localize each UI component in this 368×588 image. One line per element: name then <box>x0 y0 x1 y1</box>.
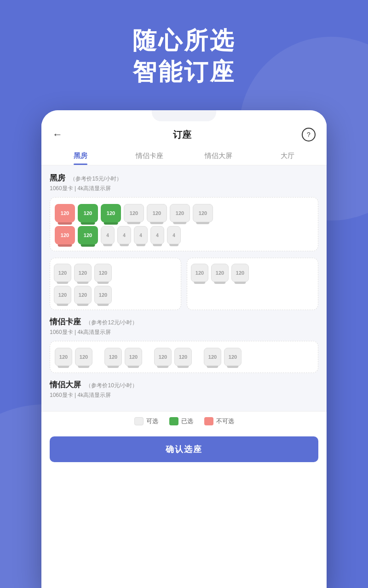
seat-2-7[interactable]: 4 <box>167 226 181 244</box>
legend-available: 可选 <box>134 417 158 425</box>
back-button[interactable]: ← <box>52 129 63 141</box>
tab-bar: 黑房 情侣卡座 情侣大屏 大厅 <box>41 146 327 165</box>
ck-7[interactable]: 120 <box>204 348 221 366</box>
tab-qinglv-kazuo[interactable]: 情侣卡座 <box>115 146 184 165</box>
sub-r-1-1[interactable]: 120 <box>191 264 208 282</box>
legend-available-label: 可选 <box>146 417 158 425</box>
section-qinglv-da-header: 情侣大屏 （参考价10元/小时） 1060显卡 | 4k高清显示屏 <box>50 379 318 399</box>
section-qinglv-da-title: 情侣大屏 <box>50 380 81 389</box>
tab-qinglv-daping[interactable]: 情侣大屏 <box>184 146 253 165</box>
ck-6[interactable]: 120 <box>174 348 192 366</box>
sub-l-1-1[interactable]: 120 <box>54 264 71 282</box>
tab-heifang[interactable]: 黑房 <box>46 146 115 165</box>
qinglv-ka-grid: 120 120 120 120 120 120 120 120 <box>50 341 318 373</box>
seat-2-1[interactable]: 120 <box>55 226 75 244</box>
ck-4[interactable]: 120 <box>125 348 142 366</box>
ck-3[interactable]: 120 <box>104 348 122 366</box>
seat-1-7[interactable]: 120 <box>193 204 213 222</box>
heifang-sub-grids: 120 120 120 120 120 120 120 120 1 <box>50 258 318 310</box>
legend-unavailable-icon <box>204 417 213 425</box>
sub-l-2-1[interactable]: 120 <box>54 286 71 304</box>
sub-l-1-3[interactable]: 120 <box>94 264 112 282</box>
sub-r-1-3[interactable]: 120 <box>231 264 249 282</box>
confirm-button[interactable]: 确认选座 <box>50 436 318 462</box>
sub-left-row-2: 120 120 120 <box>54 286 177 304</box>
nav-bar: ← 订座 ? <box>41 121 327 146</box>
section-heifang-header: 黑房 （参考价15元/小时） 1060显卡 | 4k高清显示屏 <box>50 173 318 192</box>
seat-1-6[interactable]: 120 <box>170 204 190 222</box>
hero-text: 随心所选 智能订座 <box>0 25 368 87</box>
seat-1-3[interactable]: 120 <box>101 204 121 222</box>
heifang-sub-grid-left: 120 120 120 120 120 120 <box>50 258 181 310</box>
legend-unavailable: 不可选 <box>204 417 234 425</box>
hero-line1: 随心所选 <box>0 25 368 57</box>
section-heifang-title: 黑房 <box>50 174 65 182</box>
sub-right-row-1: 120 120 120 <box>191 264 314 282</box>
seat-1-5[interactable]: 120 <box>147 204 167 222</box>
seat-2-3[interactable]: 4 <box>101 226 115 244</box>
seat-1-1[interactable]: 120 <box>55 204 75 222</box>
section-qinglv-ka-title: 情侣卡座 <box>50 317 81 326</box>
seat-row-1: 120 120 120 120 120 120 120 <box>55 204 313 222</box>
help-button[interactable]: ? <box>302 128 316 141</box>
legend-selected: 已选 <box>169 417 193 425</box>
ck-2[interactable]: 120 <box>75 348 92 366</box>
page-title: 订座 <box>173 129 191 141</box>
phone-notch <box>152 110 216 121</box>
section-qinglv-ka-price: （参考价12元/小时） <box>86 319 138 326</box>
section-qinglv-da-spec: 1060显卡 | 4k高清显示屏 <box>50 391 318 399</box>
phone-shell: ← 订座 ? 黑房 情侣卡座 情侣大屏 大厅 黑房 （参考价15元/小时） 10… <box>41 110 327 588</box>
sub-l-2-2[interactable]: 120 <box>74 286 92 304</box>
phone-screen: ← 订座 ? 黑房 情侣卡座 情侣大屏 大厅 黑房 （参考价15元/小时） 10… <box>41 110 327 588</box>
seat-2-6[interactable]: 4 <box>150 226 164 244</box>
seat-2-2[interactable]: 120 <box>78 226 98 244</box>
legend-bar: 可选 已选 不可选 <box>41 411 327 431</box>
section-qinglv-da-price: （参考价10元/小时） <box>86 382 138 389</box>
couple-row-1: 120 120 120 120 120 120 120 120 <box>55 348 313 366</box>
heifang-sub-grid-right: 120 120 120 <box>187 258 318 310</box>
sub-l-1-2[interactable]: 120 <box>74 264 92 282</box>
legend-unavailable-label: 不可选 <box>216 417 234 425</box>
seat-row-2: 120 120 4 4 4 4 4 <box>55 226 313 244</box>
heifang-main-grid: 120 120 120 120 120 120 120 120 120 4 4 … <box>50 197 318 251</box>
ck-8[interactable]: 120 <box>224 348 242 366</box>
section-heifang-price: （参考价15元/小时） <box>70 175 122 182</box>
seat-1-2[interactable]: 120 <box>78 204 98 222</box>
seat-2-4[interactable]: 4 <box>117 226 131 244</box>
legend-available-icon <box>134 417 144 425</box>
section-heifang-spec: 1060显卡 | 4k高清显示屏 <box>50 185 318 192</box>
seat-1-4[interactable]: 120 <box>124 204 144 222</box>
hero-line2: 智能订座 <box>0 57 368 88</box>
ck-5[interactable]: 120 <box>154 348 172 366</box>
sub-right-row-2 <box>191 286 314 304</box>
sub-l-2-3[interactable]: 120 <box>94 286 112 304</box>
seat-2-5[interactable]: 4 <box>134 226 148 244</box>
section-qinglv-ka-spec: 1060显卡 | 4k高清显示屏 <box>50 328 318 336</box>
legend-selected-icon <box>169 417 178 425</box>
ck-1[interactable]: 120 <box>55 348 72 366</box>
section-qinglv-ka-header: 情侣卡座 （参考价12元/小时） 1060显卡 | 4k高清显示屏 <box>50 317 318 336</box>
sub-left-row-1: 120 120 120 <box>54 264 177 282</box>
tab-dating[interactable]: 大厅 <box>253 146 322 165</box>
legend-selected-label: 已选 <box>181 417 193 425</box>
sub-r-1-2[interactable]: 120 <box>211 264 229 282</box>
main-content: 黑房 （参考价15元/小时） 1060显卡 | 4k高清显示屏 120 120 … <box>41 165 327 411</box>
